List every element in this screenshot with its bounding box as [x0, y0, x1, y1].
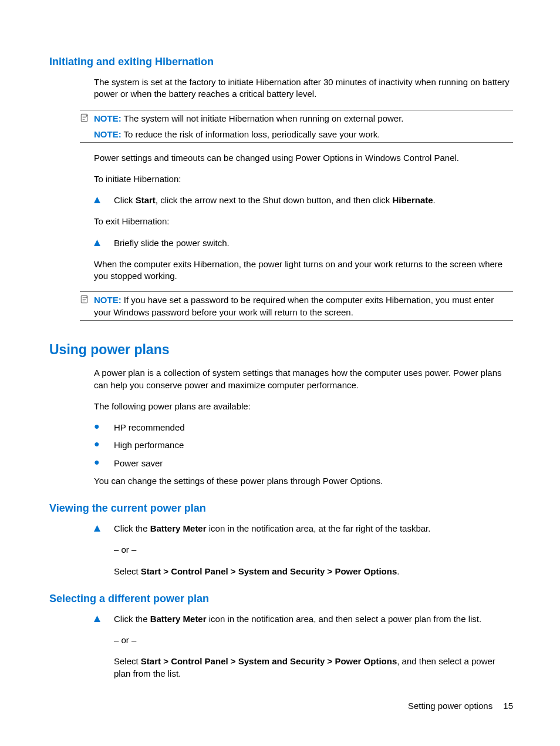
- text: The system is set at the factory to init…: [94, 76, 513, 100]
- heading-viewing-plan: Viewing the current power plan: [49, 502, 513, 515]
- alt-text: Select Start > Control Panel > System an…: [114, 656, 513, 680]
- text: The following power plans are available:: [94, 401, 513, 412]
- step-item: Click the Battery Meter icon in the noti…: [94, 613, 513, 625]
- svg-marker-2: [94, 240, 100, 246]
- list-text: HP recommended: [114, 422, 513, 434]
- text: To initiate Hibernation:: [94, 173, 513, 185]
- note-text: The system will not initiate Hibernation…: [124, 113, 404, 123]
- list-item: ● Power saver: [94, 458, 513, 469]
- triangle-icon: [94, 194, 114, 206]
- note-text: To reduce the risk of information loss, …: [124, 129, 380, 139]
- paragraph: The system is set at the factory to init…: [94, 76, 513, 100]
- note-box: NOTE: The system will not initiate Hiber…: [80, 110, 513, 143]
- triangle-icon: [94, 237, 114, 249]
- page-footer: Setting power options 15: [408, 701, 513, 711]
- paragraph: Power settings and timeouts can be chang…: [94, 152, 513, 186]
- note-text: If you have set a password to be require…: [94, 295, 494, 317]
- bullet-icon: ●: [94, 422, 114, 431]
- text: When the computer exits Hibernation, the…: [94, 258, 513, 283]
- heading-power-plans: Using power plans: [49, 342, 513, 358]
- step-item: Click Start, click the arrow next to the…: [94, 194, 513, 206]
- bullet-icon: ●: [94, 458, 114, 467]
- step-item: Briefly slide the power switch.: [94, 237, 513, 249]
- note-label: NOTE:: [94, 129, 122, 139]
- footer-section: Setting power options: [408, 701, 492, 711]
- or-text: – or –: [114, 544, 513, 556]
- text: To exit Hibernation:: [94, 216, 513, 227]
- or-text: – or –: [114, 634, 513, 646]
- list-text: High performance: [114, 439, 513, 451]
- footer-page-number: 15: [503, 701, 513, 711]
- note-content: NOTE: The system will not initiate Hiber…: [94, 112, 513, 140]
- heading-selecting-plan: Selecting a different power plan: [49, 593, 513, 605]
- step-text: Briefly slide the power switch.: [114, 237, 513, 249]
- text: A power plan is a collection of system s…: [94, 367, 513, 391]
- step-text: Click the Battery Meter icon in the noti…: [114, 523, 513, 535]
- paragraph: When the computer exits Hibernation, the…: [94, 258, 513, 283]
- svg-marker-4: [94, 525, 100, 532]
- document-page: Initiating and exiting Hibernation The s…: [0, 0, 560, 746]
- bullet-icon: ●: [94, 439, 114, 449]
- paragraph: To exit Hibernation:: [94, 216, 513, 227]
- triangle-icon: [94, 523, 114, 535]
- step-text: Click Start, click the arrow next to the…: [114, 194, 513, 206]
- svg-marker-1: [94, 197, 100, 203]
- paragraph: A power plan is a collection of system s…: [94, 367, 513, 412]
- triangle-icon: [94, 613, 114, 625]
- text: You can change the settings of these pow…: [94, 475, 513, 487]
- note-icon: [80, 112, 94, 122]
- note-label: NOTE:: [94, 113, 122, 123]
- heading-hibernation: Initiating and exiting Hibernation: [49, 56, 513, 68]
- step-text: Click the Battery Meter icon in the noti…: [114, 613, 513, 625]
- note-content: NOTE: If you have set a password to be r…: [94, 294, 513, 318]
- text: Power settings and timeouts can be chang…: [94, 152, 513, 164]
- svg-marker-5: [94, 616, 100, 622]
- paragraph: You can change the settings of these pow…: [94, 475, 513, 487]
- note-icon: [80, 294, 94, 304]
- list-item: ● HP recommended: [94, 422, 513, 434]
- list-item: ● High performance: [94, 439, 513, 451]
- note-label: NOTE:: [94, 295, 122, 305]
- list-text: Power saver: [114, 458, 513, 469]
- alt-text: Select Start > Control Panel > System an…: [114, 566, 513, 577]
- step-item: Click the Battery Meter icon in the noti…: [94, 523, 513, 535]
- note-box: NOTE: If you have set a password to be r…: [80, 291, 513, 321]
